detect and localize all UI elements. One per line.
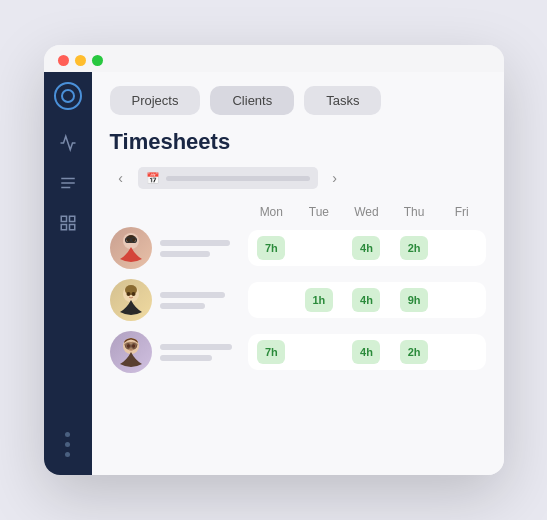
grid-icon[interactable]	[57, 212, 79, 234]
day-tue: Tue	[295, 205, 343, 219]
calendar-bar: 📅	[138, 167, 318, 189]
hour-badge: 2h	[400, 236, 428, 260]
table-row: 7h 4h 2h	[110, 331, 486, 373]
user-lines-3	[160, 344, 232, 361]
app-window: Projects Clients Tasks Timesheets ‹ 📅 › …	[44, 45, 504, 475]
calendar-icon: 📅	[146, 172, 160, 185]
hour-empty	[305, 340, 333, 364]
hours-grid-2: 1h 4h 9h	[248, 282, 486, 318]
hour-badge: 4h	[352, 340, 380, 364]
title-bar	[44, 45, 504, 72]
user-role-line-2	[160, 303, 205, 309]
hours-grid-1: 7h 4h 2h	[248, 230, 486, 266]
hour-cell-2-thu[interactable]: 9h	[390, 288, 438, 312]
user-lines-1	[160, 240, 230, 257]
user-name-line-1	[160, 240, 230, 246]
hour-cell-3-tue[interactable]	[295, 340, 343, 364]
tab-clients[interactable]: Clients	[210, 86, 294, 115]
data-area: 7h 4h 2h	[110, 227, 486, 373]
sidebar-dot-3	[65, 452, 70, 457]
hours-row-2: 1h 4h 9h	[248, 282, 486, 318]
page-title: Timesheets	[110, 129, 486, 155]
hour-badge: 9h	[400, 288, 428, 312]
sidebar-dot-1	[65, 432, 70, 437]
svg-point-14	[126, 292, 130, 296]
day-mon: Mon	[248, 205, 296, 219]
minimize-dot[interactable]	[75, 55, 86, 66]
hour-badge: 7h	[257, 340, 285, 364]
hour-badge: 2h	[400, 340, 428, 364]
maximize-dot[interactable]	[92, 55, 103, 66]
prev-button[interactable]: ‹	[110, 167, 132, 189]
sidebar	[44, 72, 92, 475]
sidebar-dot-2	[65, 442, 70, 447]
content-area: Projects Clients Tasks Timesheets ‹ 📅 › …	[44, 72, 504, 475]
hour-empty	[448, 236, 476, 260]
avatar-2	[110, 279, 152, 321]
hour-empty	[305, 236, 333, 260]
analytics-icon[interactable]	[57, 132, 79, 154]
hour-cell-3-wed[interactable]: 4h	[343, 340, 391, 364]
hour-cell-2-mon[interactable]	[248, 288, 296, 312]
svg-rect-3	[61, 216, 66, 221]
tabs-row: Projects Clients Tasks	[110, 86, 486, 115]
calendar-nav: ‹ 📅 ›	[110, 167, 486, 189]
hour-cell-3-fri[interactable]	[438, 340, 486, 364]
user-role-line-1	[160, 251, 210, 257]
logo-inner	[61, 89, 75, 103]
avatar-1	[110, 227, 152, 269]
user-section-2	[110, 279, 240, 321]
svg-rect-6	[69, 225, 74, 230]
svg-rect-5	[61, 225, 66, 230]
hour-cell-1-mon[interactable]: 7h	[248, 236, 296, 260]
user-section-3	[110, 331, 240, 373]
user-lines-2	[160, 292, 225, 309]
hour-cell-1-thu[interactable]: 2h	[390, 236, 438, 260]
day-wed: Wed	[343, 205, 391, 219]
day-thu: Thu	[390, 205, 438, 219]
hour-cell-1-wed[interactable]: 4h	[343, 236, 391, 260]
tab-tasks[interactable]: Tasks	[304, 86, 381, 115]
table-row: 1h 4h 9h	[110, 279, 486, 321]
table-row: 7h 4h 2h	[110, 227, 486, 269]
user-name-line-3	[160, 344, 232, 350]
svg-point-15	[131, 292, 135, 296]
hour-badge: 4h	[352, 236, 380, 260]
day-fri: Fri	[438, 205, 486, 219]
svg-point-8	[126, 235, 136, 243]
hour-cell-2-wed[interactable]: 4h	[343, 288, 391, 312]
hour-badge: 4h	[352, 288, 380, 312]
tab-projects[interactable]: Projects	[110, 86, 201, 115]
user-name-line-2	[160, 292, 225, 298]
hours-row-3: 7h 4h 2h	[248, 334, 486, 370]
hour-empty	[448, 340, 476, 364]
hour-badge: 1h	[305, 288, 333, 312]
hour-cell-3-mon[interactable]: 7h	[248, 340, 296, 364]
days-header-row: Mon Tue Wed Thu Fri	[110, 205, 486, 219]
calendar-line	[166, 176, 310, 181]
hour-cell-3-thu[interactable]: 2h	[390, 340, 438, 364]
hours-row-1: 7h 4h 2h	[248, 230, 486, 266]
main-content: Projects Clients Tasks Timesheets ‹ 📅 › …	[92, 72, 504, 475]
avatar-3	[110, 331, 152, 373]
svg-rect-4	[69, 216, 74, 221]
hours-grid-3: 7h 4h 2h	[248, 334, 486, 370]
user-section-1	[110, 227, 240, 269]
hour-cell-1-fri[interactable]	[438, 236, 486, 260]
days-header: Mon Tue Wed Thu Fri	[248, 205, 486, 219]
list-icon[interactable]	[57, 172, 79, 194]
close-dot[interactable]	[58, 55, 69, 66]
hour-cell-1-tue[interactable]	[295, 236, 343, 260]
next-button[interactable]: ›	[324, 167, 346, 189]
hour-empty	[257, 288, 285, 312]
hour-cell-2-tue[interactable]: 1h	[295, 288, 343, 312]
hour-empty	[448, 288, 476, 312]
hour-cell-2-fri[interactable]	[438, 288, 486, 312]
hour-badge: 7h	[257, 236, 285, 260]
user-role-line-3	[160, 355, 212, 361]
sidebar-dots	[65, 432, 70, 457]
sidebar-logo[interactable]	[54, 82, 82, 110]
